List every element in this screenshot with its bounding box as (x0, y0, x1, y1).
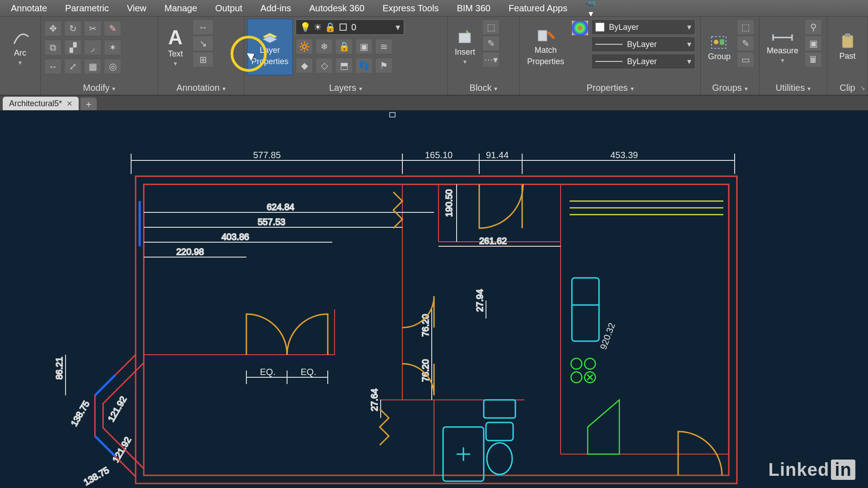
layer-off-icon[interactable]: 🔆 (296, 39, 313, 54)
close-icon[interactable]: ✕ (66, 99, 72, 108)
dim-l3: 121.92 (106, 394, 128, 423)
layer-uniso-icon[interactable]: ◇ (316, 58, 333, 73)
svg-point-58 (571, 358, 582, 369)
svg-line-46 (95, 436, 115, 456)
menu-bim360[interactable]: BIM 360 (448, 1, 498, 15)
panel-properties-title[interactable]: Properties (586, 83, 633, 93)
linetype-dropdown[interactable]: ByLayer ▾ (591, 54, 695, 69)
lineweight-dropdown[interactable]: ByLayer ▾ (591, 37, 695, 52)
svg-rect-22 (144, 184, 729, 475)
measure-icon (771, 31, 794, 44)
quickselect-icon[interactable]: ⚲ (805, 19, 822, 35)
layer-dropdown[interactable]: 💡 ☀ 🔒 0 ▾ (296, 19, 404, 35)
panel-draw: Arc ▼ (0, 17, 41, 95)
color-dropdown[interactable]: ByLayer ▾ (591, 19, 695, 35)
create-block-icon[interactable]: ⬚ (482, 19, 500, 35)
erase-icon[interactable]: ✎ (104, 21, 121, 36)
text-button[interactable]: A Text ▼ (162, 19, 189, 75)
insert-button[interactable]: Insert ▼ (451, 19, 479, 75)
layer-freeze-icon[interactable]: ❄ (316, 39, 333, 54)
svg-rect-10 (842, 35, 853, 48)
dim-top-1: 577.85 (253, 150, 281, 160)
svg-point-56 (487, 443, 512, 474)
dimension-icon[interactable]: ↔ (193, 19, 213, 35)
drawing-canvas[interactable]: 577.85 165.10 91.44 453.39 624.84 557.53… (0, 111, 868, 488)
svg-rect-11 (845, 33, 850, 37)
color-value: ByLayer (609, 23, 639, 32)
layer-match-icon[interactable]: ≋ (375, 39, 392, 54)
match-properties-button[interactable]: Match Properties (524, 19, 568, 75)
dim-eq-2: EQ. (301, 367, 316, 377)
dim-top-3: 91.44 (486, 150, 509, 160)
svg-point-5 (714, 40, 718, 44)
panel-annotation-title[interactable]: Annotation (176, 83, 226, 93)
fillet-icon[interactable]: ◞ (84, 40, 101, 55)
watermark-suffix: in (831, 460, 855, 480)
document-tab-active[interactable]: Architectural5* ✕ (3, 97, 79, 110)
match-properties-icon (536, 28, 555, 44)
menu-output[interactable]: Output (207, 1, 250, 15)
edit-block-icon[interactable]: ✎ (482, 36, 500, 51)
table-icon[interactable]: ⊞ (193, 52, 213, 67)
array-icon[interactable]: ▦ (84, 59, 101, 74)
dim-v5: 27.64 (369, 389, 379, 411)
layer-state-icon[interactable]: ⚑ (375, 58, 392, 73)
panel-clipboard-title: Clip (840, 83, 855, 93)
scale-icon[interactable]: ⤢ (64, 59, 81, 74)
edit-attr-icon[interactable]: ⋯▾ (482, 52, 500, 67)
paste-button[interactable]: Past (831, 19, 864, 75)
sun-icon: ☀ (314, 22, 322, 33)
layer-walk-icon[interactable]: 👣 (355, 58, 373, 73)
panel-modify-title[interactable]: Modify (83, 83, 116, 93)
menu-expresstools[interactable]: Express Tools (374, 1, 447, 15)
panel-layers-title[interactable]: Layers (329, 83, 362, 93)
offset-icon[interactable]: ◎ (104, 59, 121, 74)
dim-eq-1: EQ. (260, 367, 275, 377)
panel-block-title[interactable]: Block (470, 83, 498, 93)
dim-top-2: 165.10 (425, 150, 453, 160)
trim-icon[interactable]: ✂ (84, 21, 101, 36)
group-bbox-icon[interactable]: ▭ (737, 52, 754, 67)
move-icon[interactable]: ✥ (44, 21, 61, 36)
calc-icon[interactable]: 🖩 (805, 52, 822, 67)
menu-view[interactable]: View (119, 1, 155, 15)
arc-button[interactable]: Arc ▼ (4, 19, 37, 75)
rotate-icon[interactable]: ↻ (64, 21, 81, 36)
insert-block-icon (456, 29, 474, 46)
layers-icon (260, 28, 280, 44)
menu-annotate[interactable]: Annotate (3, 1, 55, 15)
layer-makecurrent-icon[interactable]: ▣ (355, 39, 373, 54)
group-button[interactable]: Group (704, 19, 734, 75)
watermark-brand: Linked (769, 460, 830, 480)
dim-l1: 86.21 (54, 357, 64, 380)
layer-iso-icon[interactable]: ◆ (296, 58, 313, 73)
group-edit-icon[interactable]: ✎ (737, 36, 754, 51)
layer-merge-icon[interactable]: ⬒ (335, 58, 353, 73)
mirror-icon[interactable]: ▞ (64, 40, 81, 55)
svg-rect-57 (484, 400, 515, 418)
explode-icon[interactable]: ✶ (104, 40, 121, 55)
menu-addins[interactable]: Add-ins (252, 1, 299, 15)
svg-rect-6 (720, 39, 724, 45)
group-icon (710, 33, 729, 50)
selectall-icon[interactable]: ▣ (805, 36, 822, 51)
layer-lock-icon2[interactable]: 🔒 (335, 39, 353, 54)
ungroup-icon[interactable]: ⬚ (737, 19, 754, 35)
stretch-icon[interactable]: ↔ (44, 59, 61, 74)
panel-layers: Layer Properties 💡 ☀ 🔒 0 ▾ 🔆 ❄ 🔒 ▣ ≋ (244, 17, 448, 95)
menu-parametric[interactable]: Parametric (57, 1, 117, 15)
ribbon: Arc ▼ ✥ ↻ ✂ ✎ ⧉ ▞ ◞ ✶ ↔ ⤢ ▦ ◎ (0, 16, 868, 95)
menu-manage[interactable]: Manage (156, 1, 205, 15)
menu-autodesk360[interactable]: Autodesk 360 (301, 1, 373, 15)
menu-featuredapps[interactable]: Featured Apps (500, 1, 576, 15)
panel-clipboard: Past Clip (827, 17, 868, 95)
layer-properties-button[interactable]: Layer Properties (248, 19, 292, 75)
add-tab-button[interactable]: ＋ (80, 98, 97, 110)
panel-utilities-title[interactable]: Utilities (776, 83, 811, 93)
leader-icon[interactable]: ↘ (193, 36, 213, 51)
copy-icon[interactable]: ⧉ (44, 40, 61, 55)
panel-groups-title[interactable]: Groups (712, 83, 748, 93)
layer-properties-label1: Layer (260, 46, 280, 55)
color-wheel-icon[interactable] (571, 20, 589, 36)
measure-button[interactable]: Measure ▼ (763, 19, 802, 75)
